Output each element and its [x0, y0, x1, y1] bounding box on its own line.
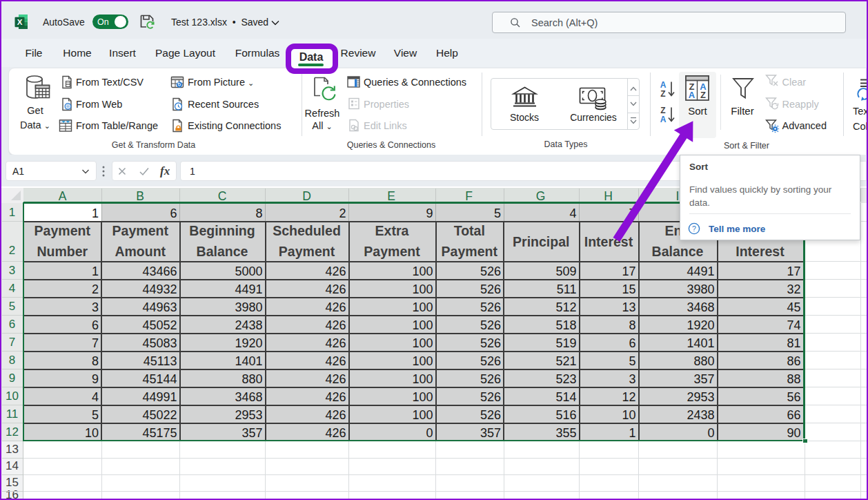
svg-text:A: A: [660, 80, 667, 90]
svg-text:A: A: [689, 90, 696, 100]
svg-text:X: X: [17, 18, 23, 26]
svg-text:Z: Z: [700, 90, 706, 100]
svg-text:?: ?: [692, 224, 696, 233]
svg-text:Z: Z: [660, 89, 665, 98]
